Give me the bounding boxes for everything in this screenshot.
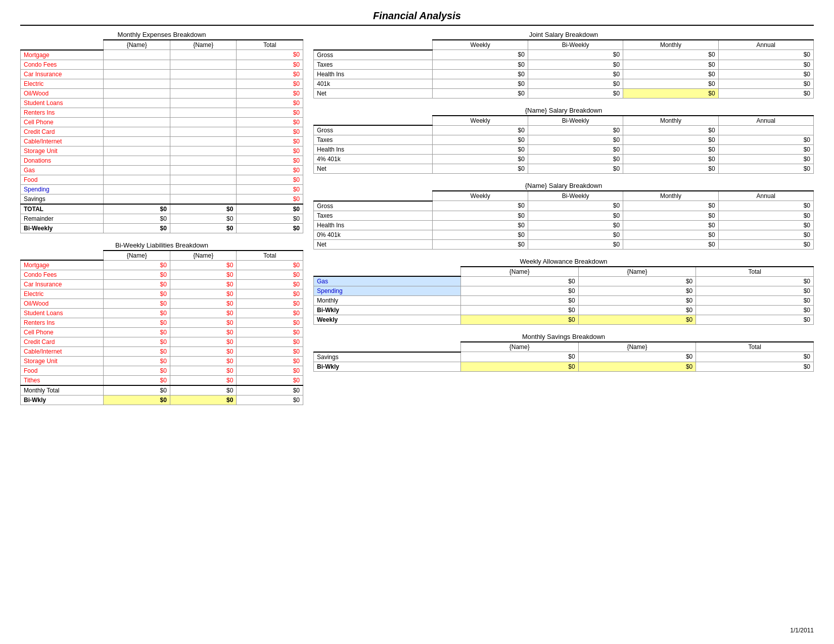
list-item [718, 125, 813, 135]
bl-col2-header: {Name} [170, 251, 237, 261]
js-annual-header: Annual [718, 40, 813, 50]
list-item: $0 [718, 88, 813, 98]
list-item: $0 [528, 135, 623, 145]
biwkly-label: Bi-Wkly [21, 395, 104, 405]
name-salary-2-table: Weekly Bi-Weekly Monthly Annual Gross $0… [313, 190, 814, 250]
list-item: Car Insurance [21, 69, 104, 79]
list-item: $0 [237, 79, 303, 88]
biweekly-label: Bi-Weekly [21, 223, 104, 233]
weekly-allowance-section: Weekly Allowance Breakdown {Name} {Name}… [313, 258, 814, 325]
list-item: $0 [170, 376, 237, 386]
list-item: Gross [314, 201, 433, 211]
biwkly-total: $0 [237, 395, 303, 405]
list-item: 0% 401k [314, 230, 433, 239]
list-item: $0 [528, 155, 623, 164]
right-column: Joint Salary Breakdown Weekly Bi-Weekly … [313, 31, 814, 405]
list-item: $0 [237, 60, 303, 69]
remainder-label: Remainder [21, 214, 104, 223]
list-item: Health Ins [314, 69, 433, 79]
list-item: $0 [170, 328, 237, 337]
list-item: Cell Phone [21, 117, 104, 127]
list-item: $0 [623, 145, 718, 155]
list-item: Cable/Internet [21, 136, 104, 146]
joint-salary-title: Joint Salary Breakdown [313, 31, 814, 38]
list-item: $0 [237, 146, 303, 156]
list-item: $0 [718, 164, 813, 174]
list-item: Monthly [314, 296, 461, 306]
list-item: 4% 401k [314, 155, 433, 164]
list-item: $0 [170, 337, 237, 347]
list-item: $0 [237, 50, 303, 60]
list-item: $0 [104, 299, 170, 309]
list-item: $0 [104, 347, 170, 357]
list-item: $0 [104, 289, 170, 299]
list-item: $0 [696, 296, 814, 306]
list-item: $0 [623, 125, 718, 135]
list-item: $0 [433, 69, 528, 79]
list-item: Electric [21, 79, 104, 88]
ns2-annual-header: Annual [718, 191, 813, 201]
list-item: $0 [578, 296, 696, 306]
list-item: $0 [237, 117, 303, 127]
list-item: $0 [578, 286, 696, 296]
wa-col3-header: Total [696, 267, 814, 277]
list-item: $0 [623, 60, 718, 69]
list-item: $0 [104, 260, 170, 270]
list-item [170, 184, 237, 194]
ns1-annual-header: Annual [718, 116, 813, 126]
list-item: $0 [237, 260, 303, 270]
wa-col2-header: {Name} [578, 267, 696, 277]
list-item: Taxes [314, 135, 433, 145]
list-item [170, 194, 237, 204]
monthly-expenses-section: Monthly Expenses Breakdown {Name} {Name}… [20, 31, 303, 233]
list-item: Oil/Wood [21, 299, 104, 309]
me-col1-header: {Name} [104, 40, 170, 50]
list-item: Savings [314, 352, 461, 362]
list-item: $0 [170, 366, 237, 376]
left-column: Monthly Expenses Breakdown {Name} {Name}… [20, 31, 303, 405]
list-item: $0 [718, 145, 813, 155]
list-item: $0 [170, 318, 237, 328]
list-item [104, 127, 170, 136]
list-item: $0 [623, 135, 718, 145]
biweekly-total: $0 [237, 223, 303, 233]
weekly-allowance-table: {Name} {Name} Total Gas $0 $0 $0 Spendin… [313, 266, 814, 325]
monthly-savings-section: Monthly Savings Breakdown {Name} {Name} … [313, 333, 814, 372]
list-item: $0 [104, 318, 170, 328]
list-item: Net [314, 164, 433, 174]
ns1-biweekly-header: Bi-Weekly [528, 116, 623, 126]
list-item: $0 [578, 352, 696, 362]
list-item: $0 [237, 337, 303, 347]
list-item: $0 [578, 362, 696, 371]
list-item: $0 [718, 79, 813, 88]
list-item: Electric [21, 289, 104, 299]
list-item [170, 50, 237, 60]
list-item: $0 [528, 125, 623, 135]
list-item: $0 [718, 135, 813, 145]
list-item: Mortgage [21, 260, 104, 270]
total-label: TOTAL [21, 204, 104, 214]
list-item: $0 [237, 69, 303, 79]
list-item: $0 [170, 289, 237, 299]
list-item [104, 108, 170, 117]
remainder-v2: $0 [170, 214, 237, 223]
list-item: $0 [433, 164, 528, 174]
ms-col3-header: Total [696, 342, 814, 352]
list-item: $0 [718, 50, 813, 60]
weekly-allowance-title: Weekly Allowance Breakdown [313, 258, 814, 265]
list-item: Credit Card [21, 337, 104, 347]
list-item: $0 [718, 69, 813, 79]
monthly-savings-title: Monthly Savings Breakdown [313, 333, 814, 340]
list-item: Condo Fees [21, 60, 104, 69]
list-item: 401k [314, 79, 433, 88]
list-item: $0 [696, 315, 814, 325]
ms-col2-header: {Name} [578, 342, 696, 352]
list-item [104, 117, 170, 127]
page-title: Financial Analysis [20, 10, 814, 26]
list-item: Taxes [314, 60, 433, 69]
list-item: $0 [623, 155, 718, 164]
list-item: $0 [170, 347, 237, 357]
list-item: Student Loans [21, 309, 104, 318]
joint-salary-table: Weekly Bi-Weekly Monthly Annual Gross $0… [313, 39, 814, 98]
date-footer: 1/1/2011 [790, 627, 814, 634]
